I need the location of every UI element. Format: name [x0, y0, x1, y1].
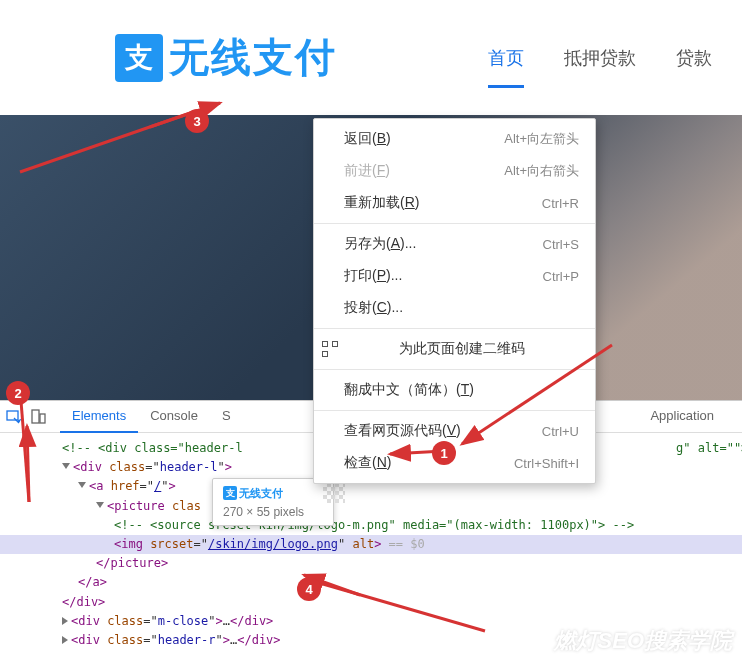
badge-2: 2 — [6, 381, 30, 405]
tab-application[interactable]: Application — [638, 400, 726, 433]
context-menu-item[interactable]: 打印(P)...Ctrl+P — [314, 260, 595, 292]
tab-elements[interactable]: Elements — [60, 400, 138, 433]
context-menu: 返回(B)Alt+向左箭头前进(F)Alt+向右箭头重新加载(R)Ctrl+R另… — [313, 118, 596, 484]
svg-rect-2 — [40, 414, 45, 423]
tab-console[interactable]: Console — [138, 400, 210, 433]
svg-rect-0 — [7, 411, 18, 420]
code-line[interactable]: <img srcset="/skin/img/logo.png" alt> ==… — [0, 535, 742, 554]
context-menu-item[interactable]: 前进(F)Alt+向右箭头 — [314, 155, 595, 187]
context-menu-item[interactable]: 翻成中文（简体）(T) — [314, 374, 595, 406]
code-line[interactable]: </div> — [0, 593, 742, 612]
logo-text: 无线支付 — [169, 30, 337, 85]
context-menu-item[interactable]: 为此页面创建二维码 — [314, 333, 595, 365]
context-menu-item[interactable]: 返回(B)Alt+向左箭头 — [314, 123, 595, 155]
badge-1: 1 — [432, 441, 456, 465]
logo-icon: 支 — [115, 34, 163, 82]
image-tooltip: 支无线支付 270 × 55 pixels — [212, 478, 334, 526]
code-line[interactable]: <!-- <source srcset kin/img/logo-m.png" … — [0, 516, 742, 535]
nav-mortgage[interactable]: 抵押贷款 — [564, 38, 636, 78]
svg-rect-1 — [32, 410, 39, 423]
inspect-icon[interactable] — [6, 409, 22, 425]
tooltip-dimensions: 270 × 55 pixels — [223, 505, 323, 519]
main-nav: 首页 抵押贷款 贷款 — [488, 38, 722, 78]
tooltip-preview: 支无线支付 — [223, 483, 323, 503]
code-line[interactable]: </a> — [0, 573, 742, 592]
code-line[interactable]: </picture> — [0, 554, 742, 573]
code-line[interactable]: <picture clas — [0, 497, 742, 516]
nav-loan[interactable]: 贷款 — [676, 38, 712, 78]
context-menu-item[interactable]: 另存为(A)...Ctrl+S — [314, 228, 595, 260]
logo[interactable]: 支 无线支付 — [115, 30, 337, 85]
badge-4: 4 — [297, 577, 321, 601]
device-mode-icon[interactable] — [30, 409, 46, 425]
devtools-tabs: Elements Console S Application — [60, 400, 243, 433]
context-menu-item[interactable]: 投射(C)... — [314, 292, 595, 324]
page-header: 支 无线支付 首页 抵押贷款 贷款 — [0, 0, 742, 115]
nav-home[interactable]: 首页 — [488, 38, 524, 78]
badge-3: 3 — [185, 109, 209, 133]
context-menu-item[interactable]: 查看网页源代码(V)Ctrl+U — [314, 415, 595, 447]
tab-sources[interactable]: S — [210, 400, 243, 433]
context-menu-item[interactable]: 重新加载(R)Ctrl+R — [314, 187, 595, 219]
watermark: 燃灯SEO搜索学院 — [554, 626, 732, 656]
